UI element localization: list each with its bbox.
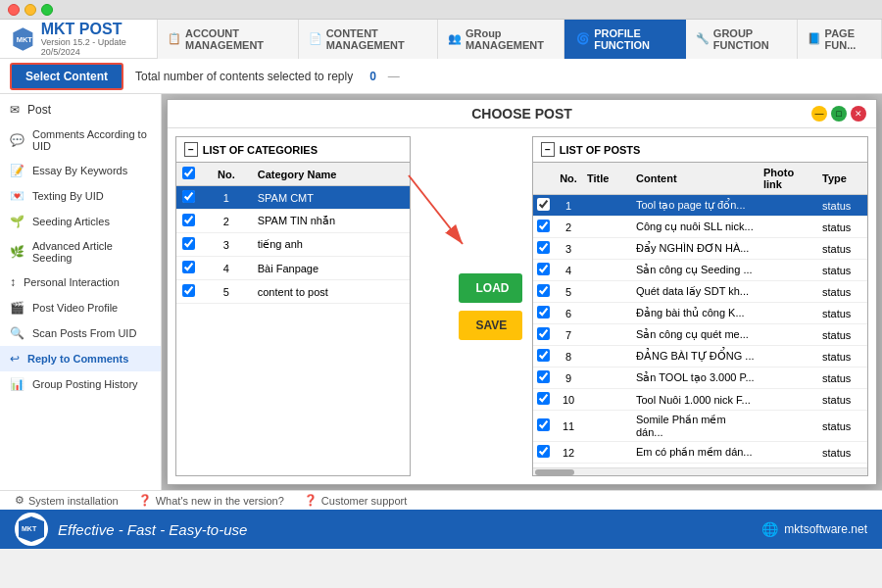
profile-icon: 🌀 [576, 32, 590, 45]
cat-row-checkbox[interactable] [182, 190, 195, 203]
tab-account-label: ACCOUNT MANAGEMENT [185, 27, 288, 51]
post-row[interactable]: 10 Tool Nuôi 1.000 nick F... status [533, 389, 867, 411]
tab-page-fun[interactable]: 📘 PAGE FUN... [798, 20, 882, 59]
category-row[interactable]: 5 content to post [176, 280, 410, 304]
sidebar-item-post[interactable]: ✉ Post [0, 97, 161, 122]
dash-separator: — [388, 70, 400, 83]
sidebar-item-reply[interactable]: ↩ Reply to Comments [0, 346, 161, 371]
arrow-container [418, 136, 448, 476]
sidebar-item-scan[interactable]: 🔍 Scan Posts From UID [0, 320, 161, 346]
selection-arrow [399, 156, 477, 273]
post-row[interactable]: 3 Đẩy NGHÌN ĐƠN HÀ... status [533, 238, 867, 260]
post-row-checkbox[interactable] [537, 349, 550, 362]
post-row[interactable]: 1 Tool tạo page tự đổn... status [533, 195, 867, 217]
category-row[interactable]: 1 SPAM CMT [176, 186, 410, 210]
category-row[interactable]: 3 tiếng anh [176, 233, 410, 257]
sidebar-item-seeding[interactable]: 🌱 Seeding Articles [0, 209, 161, 234]
sidebar-label-adv: Advanced Article Seeding [32, 240, 151, 264]
modal-maximize-button[interactable]: □ [831, 106, 847, 122]
content-icon: 📄 [309, 32, 322, 45]
system-installation[interactable]: ⚙ System installation [15, 494, 119, 507]
tab-group-label: GRoup MANAGEMENT [466, 27, 554, 51]
post-row[interactable]: 7 Sản công cụ quét me... status [533, 324, 867, 346]
cat-row-checkbox[interactable] [182, 214, 195, 226]
tab-content-management[interactable]: 📄 CONTENT MANAGEMENT [299, 20, 438, 59]
tab-account-management[interactable]: 📋 ACCOUNT MANAGEMENT [157, 20, 299, 59]
system-bar: ⚙ System installation ❓ What's new in th… [0, 490, 882, 510]
post-col-title: Title [583, 163, 632, 195]
posts-panel-title: − LIST OF POSTS [533, 137, 867, 163]
sidebar-label-history: Group Posting History [32, 378, 138, 390]
modal-minimize-button[interactable]: — [811, 106, 827, 122]
tab-group-management[interactable]: 👥 GRoup MANAGEMENT [438, 20, 564, 59]
post-row[interactable]: 9 Sản TOOL tạo 3.000 P... status [533, 368, 867, 389]
post-row[interactable]: 5 Quét data lấy SDT kh... status [533, 281, 867, 303]
categories-title-text: LIST OF CATEGORIES [203, 144, 318, 156]
modal-close-button[interactable]: ✕ [851, 106, 866, 122]
post-row-checkbox[interactable] [537, 284, 550, 297]
cat-select-all-checkbox[interactable] [182, 167, 195, 179]
sidebar-item-adv-seeding[interactable]: 🌿 Advanced Article Seeding [0, 234, 161, 270]
svg-text:MKT: MKT [22, 525, 37, 532]
post-row-checkbox[interactable] [537, 306, 550, 318]
post-row[interactable]: 11 Somile Phần mềm dán... status [533, 411, 867, 442]
post-row[interactable]: 2 Công cụ nuôi SLL nick... status [533, 217, 867, 238]
post-row-checkbox[interactable] [537, 445, 550, 458]
sidebar-label-essay: Essay By Keywords [32, 165, 127, 176]
post-row-checkbox[interactable] [537, 263, 550, 275]
post-row-checkbox[interactable] [537, 327, 550, 340]
sidebar-label-texting: Texting By UID [32, 190, 104, 202]
sidebar-item-personal[interactable]: ↕ Personal Interaction [0, 270, 161, 295]
sidebar-label-reply: Reply to Comments [27, 353, 128, 365]
cat-col-name: Category Name [252, 163, 410, 186]
category-row[interactable]: 2 SPAM TIN nhắn [176, 210, 410, 233]
main-layout: ✉ Post 💬 Comments According to UID 📝 Ess… [0, 94, 882, 490]
post-row-checkbox[interactable] [537, 198, 550, 211]
select-content-button[interactable]: Select Content [10, 63, 123, 90]
page-icon: 📘 [808, 32, 821, 45]
svg-line-3 [409, 175, 463, 244]
sidebar-item-texting[interactable]: 💌 Texting By UID [0, 183, 161, 209]
save-button[interactable]: SAVE [459, 311, 522, 340]
sidebar-label-post: Post [27, 103, 51, 117]
sidebar: ✉ Post 💬 Comments According to UID 📝 Ess… [0, 94, 162, 490]
comments-icon: 💬 [10, 133, 24, 147]
post-row-checkbox[interactable] [537, 220, 550, 232]
logo-icon: MKT [10, 24, 36, 55]
sidebar-label-personal: Personal Interaction [24, 276, 120, 288]
footer: MKT Effective - Fast - Easy-to-use 🌐 mkt… [0, 510, 882, 549]
cat-row-checkbox[interactable] [182, 237, 195, 250]
post-row-checkbox[interactable] [537, 241, 550, 254]
post-col-no: No. [554, 163, 583, 195]
posts-title-text: LIST OF POSTS [560, 144, 641, 156]
post-row[interactable]: 6 Đảng bài thủ công K... status [533, 303, 867, 324]
sidebar-item-group-history[interactable]: 📊 Group Posting History [0, 371, 161, 397]
cat-row-checkbox[interactable] [182, 261, 195, 273]
logo-area: MKT MKT POST Version 15.2 - Update 20/5/… [0, 22, 157, 57]
cat-row-checkbox[interactable] [182, 284, 195, 297]
sidebar-label-seeding: Seeding Articles [32, 216, 110, 227]
modal-window-controls: — □ ✕ [694, 106, 866, 122]
globe-icon: 🌐 [761, 521, 778, 537]
post-row-checkbox[interactable] [537, 392, 550, 405]
posts-table-container: No. Title Content Photo link Type 1 [533, 163, 867, 467]
post-row[interactable]: 4 Sản công cụ Seeding ... status [533, 260, 867, 281]
load-button[interactable]: LOAD [459, 273, 522, 303]
tab-group-function[interactable]: 🔧 GROUP FUNCTION [686, 20, 798, 59]
sidebar-item-essay[interactable]: 📝 Essay By Keywords [0, 158, 161, 183]
categories-panel-title: − LIST OF CATEGORIES [176, 137, 410, 163]
tab-profile-function[interactable]: 🌀 PROFILE FUNCTION [564, 20, 686, 59]
post-row-checkbox[interactable] [537, 370, 550, 383]
whats-new[interactable]: ❓ What's new in the version? [138, 494, 284, 507]
post-col-content: Content [632, 163, 760, 195]
post-row-checkbox[interactable] [537, 418, 550, 431]
sidebar-item-comments-uid[interactable]: 💬 Comments According to UID [0, 122, 161, 158]
choose-post-modal: CHOOSE POST — □ ✕ − LIST OF CATEGORIES [167, 99, 877, 485]
category-row[interactable]: 4 Bài Fanpage [176, 257, 410, 280]
sidebar-item-video[interactable]: 🎬 Post Video Profile [0, 295, 161, 320]
post-row[interactable]: 12 Em có phần mềm dán... status [533, 442, 867, 464]
modal-body: − LIST OF CATEGORIES No. C [168, 128, 876, 484]
customer-support[interactable]: ❓ Customer support [304, 494, 407, 507]
post-row[interactable]: 8 ĐẢNG BÀI TỰ ĐỔNG ... status [533, 346, 867, 368]
adv-seeding-icon: 🌿 [10, 245, 24, 259]
